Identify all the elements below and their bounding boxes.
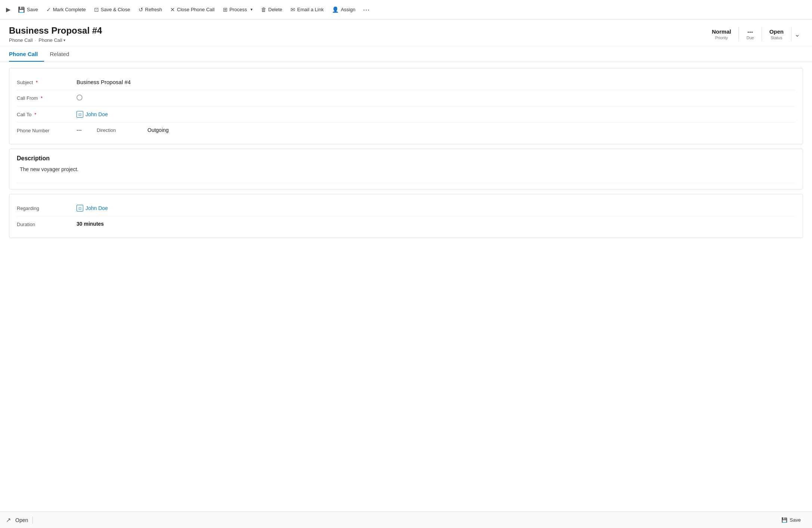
footer: ↗ Open 💾 Save (0, 512, 812, 528)
email-icon: ✉ (290, 6, 295, 13)
tabs: Phone Call Related (0, 46, 812, 62)
call-to-field-row: Call To * ⊡ John Doe (17, 106, 795, 123)
regarding-record-icon: ⊡ (77, 205, 83, 211)
direction-value[interactable]: Outgoing (147, 127, 169, 133)
process-icon: ⊞ (223, 6, 228, 13)
breadcrumb-dropdown[interactable]: Phone Call ▾ (38, 37, 65, 43)
toolbar: ▶ 💾 Save ✓ Mark Complete ⊡ Save & Close … (0, 0, 812, 19)
tab-phone-call[interactable]: Phone Call (9, 46, 44, 62)
assign-icon: 👤 (332, 6, 339, 13)
header-expand-button[interactable]: ⌄ (791, 27, 803, 41)
call-from-value[interactable] (77, 95, 795, 102)
record-header: Business Proposal #4 Phone Call · Phone … (0, 19, 812, 46)
duration-label: Duration (17, 221, 77, 227)
refresh-button[interactable]: ↺ Refresh (135, 4, 166, 15)
due-label: Due (746, 35, 754, 40)
subject-required-indicator: * (36, 80, 38, 85)
delete-icon: 🗑 (261, 6, 267, 13)
due-value: --- (747, 28, 753, 35)
phone-call-details-card: Subject * Business Proposal #4 Call From… (9, 68, 803, 144)
tab-related[interactable]: Related (50, 46, 75, 62)
close-phone-call-button[interactable]: ✕ Close Phone Call (167, 4, 218, 15)
footer-expand-icon[interactable]: ↗ (6, 516, 11, 524)
refresh-icon: ↺ (139, 6, 143, 13)
record-header-right: Normal Priority --- Due Open Status ⌄ (704, 27, 803, 41)
phone-number-label: Phone Number (17, 127, 77, 133)
breadcrumb-separator: · (35, 37, 37, 43)
duration-value[interactable]: 30 minutes (77, 221, 795, 227)
save-button[interactable]: 💾 Save (14, 4, 42, 15)
call-to-value[interactable]: ⊡ John Doe (77, 111, 795, 118)
assign-button[interactable]: 👤 Assign (328, 4, 359, 15)
phone-number-value[interactable]: --- (77, 127, 82, 133)
breadcrumb-part1: Phone Call (9, 37, 33, 43)
breadcrumb-part2: Phone Call (38, 37, 62, 43)
status-label: Status (771, 35, 782, 40)
breadcrumb-chevron-icon: ▾ (63, 38, 65, 42)
call-to-required-indicator: * (34, 112, 36, 117)
phone-direction-field-row: Phone Number --- Direction Outgoing (17, 123, 795, 138)
duration-field-row: Duration 30 minutes (17, 216, 795, 232)
direction-label: Direction (97, 127, 141, 133)
priority-meta: Normal Priority (704, 27, 739, 41)
phone-direction-group: --- Direction Outgoing (77, 127, 795, 133)
call-from-required-indicator: * (41, 95, 43, 101)
footer-divider (32, 517, 33, 524)
close-icon: ✕ (170, 6, 175, 13)
priority-value: Normal (712, 28, 731, 35)
phone-number-item: --- (77, 127, 82, 133)
email-link-button[interactable]: ✉ Email a Link (287, 4, 327, 15)
description-card: Description The new voyager project. (9, 149, 803, 189)
call-to-record-icon: ⊡ (77, 111, 83, 118)
record-header-left: Business Proposal #4 Phone Call · Phone … (9, 25, 704, 43)
record-title: Business Proposal #4 (9, 25, 704, 36)
footer-save-button[interactable]: 💾 Save (776, 515, 806, 525)
delete-button[interactable]: 🗑 Delete (257, 4, 286, 15)
history-button[interactable]: ▶ (3, 4, 13, 15)
more-options-button[interactable]: ⋯ (360, 3, 373, 16)
more-icon: ⋯ (363, 6, 370, 14)
regarding-label: Regarding (17, 205, 77, 211)
direction-item: Direction Outgoing (97, 127, 169, 133)
process-dropdown-icon: ▾ (251, 7, 253, 12)
subject-value[interactable]: Business Proposal #4 (77, 79, 795, 85)
subject-label: Subject * (17, 79, 77, 85)
footer-status: Open (15, 517, 28, 523)
footer-left: ↗ Open (6, 516, 33, 524)
description-title: Description (17, 155, 795, 162)
call-from-field-row: Call From * (17, 90, 795, 106)
regarding-value[interactable]: ⊡ John Doe (77, 205, 795, 211)
save-close-button[interactable]: ⊡ Save & Close (90, 4, 134, 15)
breadcrumb: Phone Call · Phone Call ▾ (9, 37, 704, 43)
status-value: Open (769, 28, 784, 35)
call-from-spinner-icon (77, 95, 83, 101)
priority-label: Priority (715, 35, 728, 40)
call-to-label: Call To * (17, 111, 77, 117)
subject-field-row: Subject * Business Proposal #4 (17, 74, 795, 90)
process-button[interactable]: ⊞ Process ▾ (219, 4, 256, 15)
description-text[interactable]: The new voyager project. (17, 166, 795, 177)
save-close-icon: ⊡ (94, 6, 99, 13)
status-meta: Open Status (762, 27, 791, 41)
checkmark-icon: ✓ (46, 6, 51, 13)
description-divider (17, 183, 795, 183)
regarding-field-row: Regarding ⊡ John Doe (17, 200, 795, 216)
due-meta: --- Due (739, 27, 762, 41)
main-content: Subject * Business Proposal #4 Call From… (0, 62, 812, 512)
additional-details-card: Regarding ⊡ John Doe Duration 30 minutes (9, 194, 803, 238)
call-from-label: Call From * (17, 95, 77, 101)
mark-complete-button[interactable]: ✓ Mark Complete (43, 4, 90, 15)
footer-save-icon: 💾 (781, 517, 787, 523)
save-icon: 💾 (18, 6, 25, 13)
